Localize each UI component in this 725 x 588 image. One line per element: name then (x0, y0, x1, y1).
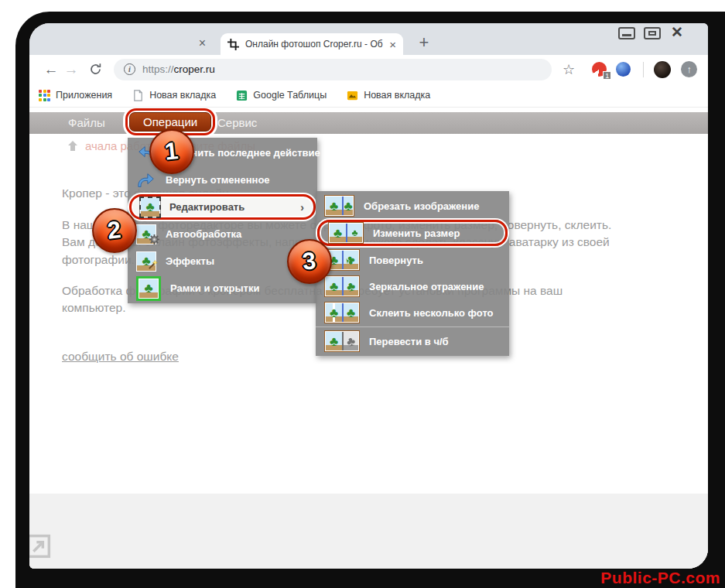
submenu-item-rotate[interactable]: Повернуть (316, 247, 509, 273)
update-icon[interactable]: ↑ (681, 61, 697, 77)
annotation-step-1: 1 (149, 129, 194, 174)
document-icon (132, 90, 144, 101)
sheets-icon (236, 90, 248, 101)
annotation-step-2: 2 (92, 208, 137, 253)
redo-icon (136, 170, 156, 190)
url-text[interactable]: https://croper.ru (142, 63, 215, 75)
address-bar[interactable]: i https://croper.ru (114, 59, 552, 80)
back-icon[interactable]: ← (41, 61, 61, 78)
bookmark-label: Новая вкладка (149, 90, 216, 101)
bookmark-label: Приложения (56, 90, 112, 101)
submenu-item-glue[interactable]: Склеить несколько фото (316, 299, 509, 326)
globe-extension-icon[interactable] (616, 62, 631, 77)
bookmark-label: Google Таблицы (253, 90, 327, 101)
crop-image-icon (324, 195, 354, 217)
mirror-icon (324, 275, 360, 297)
report-error-link[interactable]: сообщить об ошибке (62, 350, 179, 364)
submenu-separator (316, 326, 509, 327)
profile-avatar[interactable] (654, 61, 671, 78)
autoprocess-icon (136, 224, 156, 244)
image-icon (347, 90, 358, 101)
url-host: croper.ru (174, 63, 215, 75)
browser-window: × Онлайн фотошоп Croper.ru - Об × + ✕ ← … (29, 23, 708, 569)
bookmark-new-tab[interactable]: Новая вкладка (132, 90, 216, 101)
submenu-item-resize[interactable]: Изменить размер (317, 220, 508, 246)
bookmark-apps[interactable]: Приложения (39, 90, 112, 101)
menu-files[interactable]: Файлы (68, 112, 105, 134)
crop-favicon-icon (227, 39, 239, 50)
bookmark-star-icon[interactable]: ☆ (563, 61, 575, 78)
inactive-tab-close-icon[interactable]: × (199, 36, 206, 50)
toolbar-divider (643, 62, 644, 77)
bookmark-label: Новая вкладка (364, 90, 430, 101)
active-tab[interactable]: Онлайн фотошоп Croper.ru - Об × (221, 33, 403, 55)
black-frame: × Онлайн фотошоп Croper.ru - Об × + ✕ ← … (15, 12, 725, 588)
extension-icon[interactable]: 1 (592, 62, 607, 77)
minimize-button[interactable] (618, 27, 635, 39)
new-tab-button[interactable]: + (414, 32, 434, 53)
screenshot: × Онлайн фотошоп Croper.ru - Об × + ✕ ← … (0, 0, 725, 588)
maximize-button[interactable] (644, 27, 661, 39)
extension-badge: 1 (603, 71, 611, 80)
edit-selection-icon (140, 197, 160, 217)
submenu-item-crop[interactable]: Обрезать изображение (316, 193, 509, 219)
tab-strip: × Онлайн фотошоп Croper.ru - Об × + ✕ (29, 23, 708, 55)
active-tab-title: Онлайн фотошоп Croper.ru - Об (245, 39, 383, 50)
url-scheme: https:// (142, 63, 174, 75)
menu-service[interactable]: Сервис (217, 112, 257, 134)
submenu-item-bw[interactable]: Перевести в ч/б (316, 328, 509, 354)
bookmarks-bar: Приложения Новая вкладка Google Таблицы … (29, 84, 708, 108)
menu-item-autoprocess[interactable]: Автообработка (128, 220, 317, 248)
bookmark-google-sheets[interactable]: Google Таблицы (236, 90, 327, 101)
info-icon[interactable]: i (124, 63, 135, 75)
effects-wand-icon (136, 251, 156, 272)
menu-item-redo[interactable]: Вернуть отмененное (128, 166, 317, 193)
submenu-arrow-icon: › (300, 201, 304, 214)
paragraph-text: компьютер. (62, 301, 125, 315)
refresh-icon[interactable] (85, 63, 105, 76)
resize-icon (328, 222, 364, 244)
frames-icon (136, 276, 161, 301)
bookmark-new-tab-2[interactable]: Новая вкладка (347, 90, 430, 101)
submenu-item-mirror[interactable]: Зеркальное отражение (316, 273, 509, 299)
edit-submenu: Обрезать изображение Изменить размер Пов… (316, 191, 509, 356)
inactive-tab[interactable]: × (29, 34, 209, 55)
webpage: Файлы Сервис Операции ачала работы загру… (29, 108, 708, 569)
menu-item-frames[interactable]: Рамки и открытки (128, 275, 317, 302)
upload-arrow-icon (67, 140, 79, 152)
glue-photos-icon (324, 302, 360, 323)
watermark: Public-PC.com (600, 569, 720, 587)
window-controls: ✕ (618, 26, 685, 40)
page-footer (29, 494, 708, 569)
apps-grid-icon (39, 90, 50, 101)
resize-corner-icon (29, 534, 51, 562)
forward-icon[interactable]: → (61, 61, 81, 78)
active-tab-close-icon[interactable]: × (389, 38, 396, 51)
annotation-step-3: 3 (287, 239, 332, 284)
close-button[interactable]: ✕ (669, 26, 685, 40)
black-white-icon (324, 330, 360, 352)
navigation-bar: ← → i https://croper.ru ☆ 1 ↑ (29, 55, 708, 84)
menu-item-edit[interactable]: Редактировать › (129, 194, 316, 220)
